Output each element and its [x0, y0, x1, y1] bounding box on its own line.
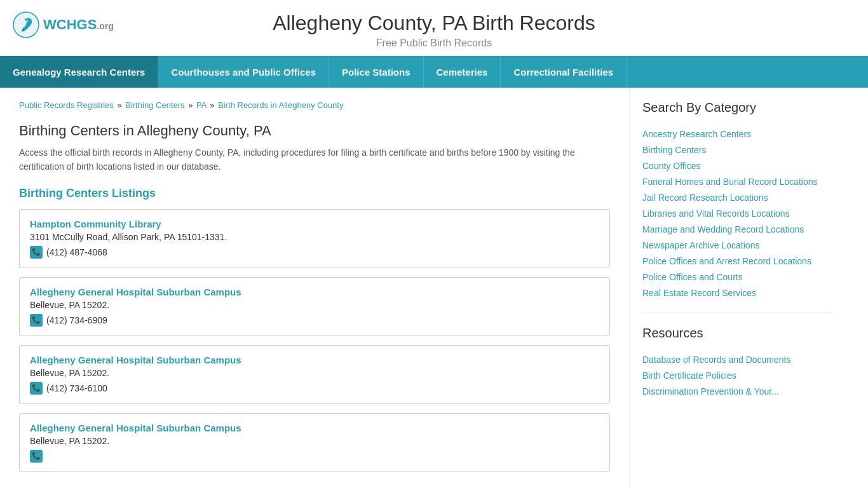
sidebar-link-funeral[interactable]: Funeral Homes and Burial Record Location…	[642, 175, 832, 189]
listing-card: Hampton Community Library 3101 McCully R…	[19, 209, 610, 268]
listing-card: Allegheny General Hospital Suburban Camp…	[19, 413, 610, 472]
nav-item-courthouses[interactable]: Courthouses and Public Offices	[158, 56, 329, 88]
page-title: Allegheny County, PA Birth Records	[13, 11, 855, 35]
phone-icon: 📞	[30, 314, 43, 327]
sidebar-link-ancestry[interactable]: Ancestry Research Centers	[642, 128, 832, 141]
section-title: Birthing Centers in Allegheny County, PA	[19, 123, 610, 139]
sidebar-link-newspaper[interactable]: Newspaper Archive Locations	[642, 239, 832, 252]
listing-phone: 📞 (412) 734-6909	[30, 314, 599, 327]
listing-address: 3101 McCully Road, Allison Park, PA 1510…	[30, 232, 599, 242]
sidebar-link-police-courts[interactable]: Police Offices and Courts	[642, 271, 832, 284]
listings-title: Birthing Centers Listings	[19, 187, 610, 200]
phone-icon: 📞	[30, 450, 43, 463]
nav-item-cemeteries[interactable]: Cemeteries	[424, 56, 501, 88]
main-nav: Genealogy Research Centers Courthouses a…	[0, 56, 868, 88]
nav-item-correctional[interactable]: Correctional Facilities	[501, 56, 627, 88]
listing-card: Allegheny General Hospital Suburban Camp…	[19, 277, 610, 336]
listing-name[interactable]: Hampton Community Library	[30, 219, 599, 229]
sidebar-divider	[642, 313, 832, 313]
sidebar-link-discrimination[interactable]: Discrimination Prevention & Your...	[642, 385, 832, 398]
listing-phone: 📞	[30, 450, 599, 463]
sidebar-link-marriage[interactable]: Marriage and Wedding Record Locations	[642, 223, 832, 236]
sidebar-link-birth-cert[interactable]: Birth Certificate Policies	[642, 369, 832, 383]
sidebar-link-birthing[interactable]: Birthing Centers	[642, 144, 832, 157]
listing-card: Allegheny General Hospital Suburban Camp…	[19, 345, 610, 404]
sidebar-link-database[interactable]: Database of Records and Documents	[642, 353, 832, 367]
listing-address: Bellevue, PA 15202.	[30, 368, 599, 378]
sidebar: Search By Category Ancestry Research Cen…	[629, 88, 845, 488]
nav-item-police[interactable]: Police Stations	[329, 56, 424, 88]
sidebar-resources-title: Resources	[642, 326, 832, 344]
sidebar-link-county[interactable]: County Offices	[642, 159, 832, 173]
logo-text: WCHGS.org	[43, 17, 114, 33]
sidebar-link-realestate[interactable]: Real Estate Record Services	[642, 287, 832, 300]
phone-icon: 📞	[30, 246, 43, 259]
listing-name[interactable]: Allegheny General Hospital Suburban Camp…	[30, 423, 599, 433]
logo: WCHGS.org	[13, 11, 114, 38]
sidebar-search-title: Search By Category	[642, 100, 832, 119]
listing-address: Bellevue, PA 15202.	[30, 300, 599, 310]
breadcrumb-link-registries[interactable]: Public Records Registries	[19, 100, 114, 110]
breadcrumb-link-county[interactable]: Birth Records in Allegheny County	[218, 100, 343, 110]
sidebar-link-libraries[interactable]: Libraries and Vital Records Locations	[642, 207, 832, 220]
sidebar-link-police-arrest[interactable]: Police Offices and Arrest Record Locatio…	[642, 255, 832, 268]
listing-phone: 📞 (412) 487-4068	[30, 246, 599, 259]
phone-icon: 📞	[30, 382, 43, 395]
listing-phone: 📞 (412) 734-6100	[30, 382, 599, 395]
breadcrumb-link-birthing[interactable]: Birthing Centers	[125, 100, 184, 110]
listing-address: Bellevue, PA 15202.	[30, 436, 599, 446]
logo-icon	[13, 11, 39, 38]
listing-name[interactable]: Allegheny General Hospital Suburban Camp…	[30, 355, 599, 365]
section-description: Access the official birth records in All…	[19, 146, 610, 174]
page-subtitle: Free Public Birth Records	[13, 37, 855, 49]
breadcrumb: Public Records Registries » Birthing Cen…	[19, 100, 610, 110]
nav-item-genealogy[interactable]: Genealogy Research Centers	[0, 56, 158, 88]
breadcrumb-link-pa[interactable]: PA	[196, 100, 207, 110]
main-content: Public Records Registries » Birthing Cen…	[0, 88, 629, 488]
listing-name[interactable]: Allegheny General Hospital Suburban Camp…	[30, 287, 599, 297]
sidebar-link-jail[interactable]: Jail Record Research Locations	[642, 191, 832, 205]
